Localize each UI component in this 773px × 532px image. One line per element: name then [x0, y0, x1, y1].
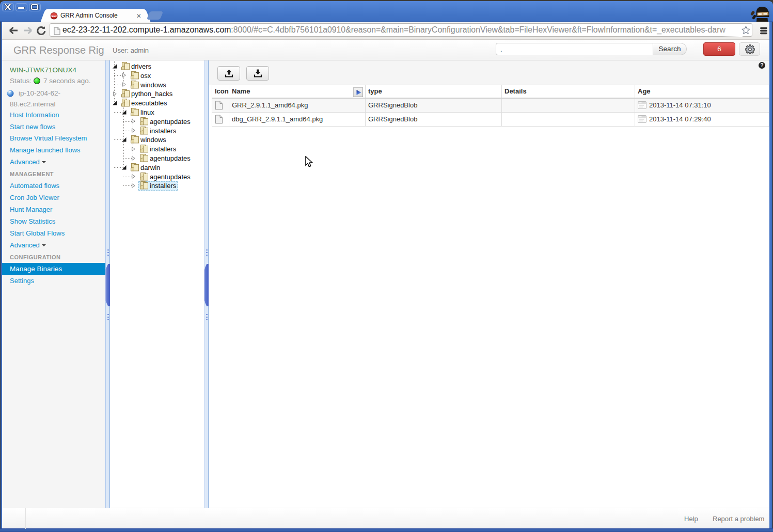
- svg-text:PANIC: PANIC: [51, 15, 58, 18]
